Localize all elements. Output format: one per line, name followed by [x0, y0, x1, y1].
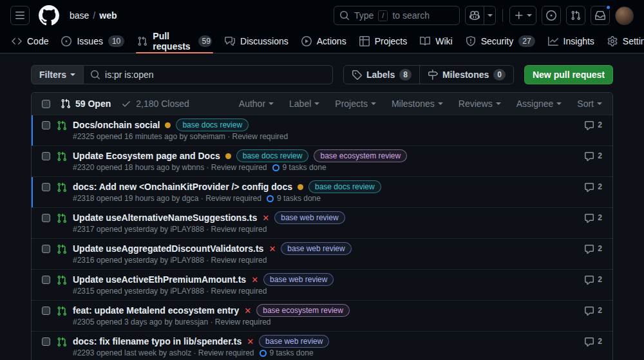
tasks-progress: 9 tasks done [272, 163, 327, 173]
pr-row: docs: fix filename typo in lib/spender.t… [32, 331, 612, 360]
tasks-label: 9 tasks done [277, 194, 321, 204]
avatar[interactable] [615, 6, 634, 25]
create-new-button[interactable] [509, 6, 536, 25]
label-pill[interactable]: base web review [263, 273, 334, 286]
comment-icon [584, 244, 594, 254]
your-issues-button[interactable] [542, 6, 561, 25]
closed-prs-link[interactable]: 2,180 Closed [121, 99, 189, 109]
breadcrumb-separator: / [93, 10, 95, 21]
issue-filter-input[interactable]: is:pr is:open [84, 65, 333, 84]
filter-author-dropdown[interactable]: Author [239, 99, 274, 109]
tab-projects[interactable]: Projects [353, 30, 414, 53]
comment-icon [584, 306, 594, 316]
label-pill[interactable]: base docs review [236, 149, 309, 162]
pr-row: Docs/onchain socialbase docs review#2325… [32, 115, 612, 146]
row-checkbox[interactable] [42, 307, 50, 315]
breadcrumb-org-link[interactable]: base [70, 10, 89, 21]
global-header: base / web Type / to search [0, 0, 644, 53]
checks-failed-icon[interactable]: ✕ [262, 214, 269, 222]
open-pull-request-icon [57, 337, 67, 358]
comment-count-link[interactable]: 2 [584, 151, 602, 173]
select-all-checkbox[interactable] [42, 100, 50, 108]
tab-discussions[interactable]: Discussions [218, 30, 295, 53]
comment-count-link[interactable]: 2 [584, 275, 602, 296]
checks-pending-icon[interactable] [298, 184, 303, 190]
issue-opened-icon [546, 10, 556, 21]
comment-icon [584, 120, 594, 131]
checks-failed-icon[interactable]: ✕ [247, 337, 254, 346]
pr-meta: #2315 opened yesterday by iPLAY888 · Rev… [73, 287, 267, 296]
comment-count-link[interactable]: 2 [584, 213, 602, 234]
tasks-progress-icon [267, 195, 274, 202]
comment-count-link[interactable]: 2 [584, 120, 602, 142]
filter-label: Reviews [459, 99, 493, 109]
new-pull-request-button[interactable]: New pull request [524, 65, 613, 84]
checks-failed-icon[interactable]: ✕ [269, 245, 276, 253]
label-pill[interactable]: base web review [259, 335, 329, 348]
pr-title-link[interactable]: Update useActiveEthPremiumAmount.ts [73, 273, 246, 286]
row-checkbox[interactable] [42, 337, 50, 346]
label-pill[interactable]: base web review [274, 211, 345, 224]
tab-security[interactable]: Security27 [459, 30, 542, 53]
copilot-button[interactable] [465, 6, 484, 25]
filter-sort-dropdown[interactable]: Sort [577, 99, 602, 109]
row-checkbox[interactable] [42, 214, 50, 222]
tab-label: Settings [623, 36, 644, 46]
global-search-input[interactable]: Type / to search [334, 6, 460, 25]
checks-pending-icon[interactable] [165, 122, 171, 128]
row-checkbox[interactable] [42, 245, 50, 253]
search-placeholder-post: to search [392, 10, 430, 21]
github-logo[interactable] [39, 5, 59, 26]
chevron-down-icon [371, 102, 376, 108]
tab-issues[interactable]: Issues10 [55, 30, 131, 53]
issue-icon [61, 36, 71, 46]
pr-title-link[interactable]: Docs/onchain social [73, 118, 160, 131]
pr-title-link[interactable]: feat: update Metalend ecosystem entry [73, 304, 239, 317]
comment-count-link[interactable]: 2 [584, 306, 602, 327]
label-pill[interactable]: base docs review [308, 180, 381, 193]
filters-dropdown-button[interactable]: Filters [31, 65, 84, 84]
comment-count-link[interactable]: 2 [584, 182, 602, 204]
filter-reviews-dropdown[interactable]: Reviews [459, 99, 501, 109]
tab-insights[interactable]: Insights [542, 30, 601, 53]
filter-label-dropdown[interactable]: Label [289, 99, 319, 109]
tab-code[interactable]: Code [5, 30, 55, 53]
filter-projects-dropdown[interactable]: Projects [335, 99, 376, 109]
label-pill[interactable]: base ecosystem review [314, 149, 407, 162]
inbox-button[interactable] [591, 6, 610, 25]
checks-failed-icon[interactable]: ✕ [251, 276, 258, 284]
filter-milestones-dropdown[interactable]: Milestones [392, 99, 443, 109]
tab-pull-requests[interactable]: Pull requests59 [131, 30, 218, 53]
labels-button[interactable]: Labels 8 [344, 66, 419, 84]
checks-pending-icon[interactable] [225, 153, 231, 159]
label-pill[interactable]: base ecosystem review [256, 304, 350, 317]
label-pill[interactable]: base docs review [176, 118, 249, 131]
pr-title-link[interactable]: Update useAggregatedDiscountValidators.t… [73, 242, 263, 255]
row-checkbox[interactable] [42, 121, 50, 129]
comment-count-link[interactable]: 2 [584, 337, 602, 358]
comment-count-link[interactable]: 2 [584, 244, 602, 265]
label-pill[interactable]: base web review [281, 242, 351, 255]
pr-title-link[interactable]: docs: Add new <OnchainKitProvider /> con… [73, 180, 292, 193]
open-pull-request-icon [57, 275, 67, 296]
tab-wiki[interactable]: Wiki [413, 30, 459, 53]
hamburger-menu-button[interactable] [10, 6, 30, 25]
your-pull-requests-button[interactable] [566, 6, 585, 25]
tab-actions[interactable]: Actions [295, 30, 353, 53]
row-checkbox[interactable] [42, 152, 50, 160]
comment-icon [584, 182, 594, 193]
pr-title-link[interactable]: Update useAlternativeNameSuggestions.ts [73, 211, 257, 224]
row-checkbox[interactable] [42, 276, 50, 284]
checks-failed-icon[interactable]: ✕ [244, 307, 251, 315]
filter-assignee-dropdown[interactable]: Assignee [516, 99, 562, 109]
open-prs-link[interactable]: 59 Open [61, 99, 111, 109]
milestones-button[interactable]: Milestones 0 [419, 66, 513, 84]
row-checkbox[interactable] [42, 183, 50, 191]
copilot-dropdown-button[interactable] [484, 6, 496, 25]
breadcrumb-repo-link[interactable]: web [99, 10, 117, 21]
tab-settings[interactable]: Settings [601, 30, 644, 53]
pr-title-link[interactable]: docs: fix filename typo in lib/spender.t… [73, 335, 242, 348]
comment-count: 2 [598, 151, 602, 160]
repo-tab-bar: CodeIssues10Pull requests59DiscussionsAc… [0, 30, 644, 53]
pr-title-link[interactable]: Update Ecosystem page and Docs [73, 149, 220, 162]
